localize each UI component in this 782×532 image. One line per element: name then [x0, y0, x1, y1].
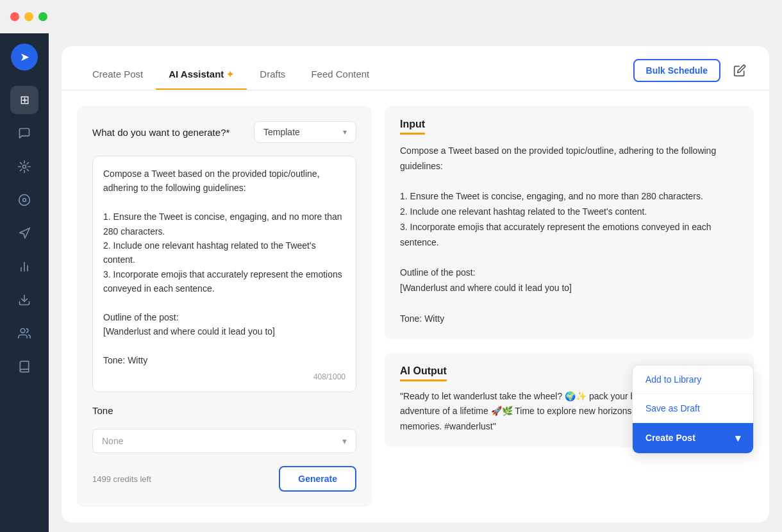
- title-bar: [0, 0, 782, 33]
- create-post-button[interactable]: Create Post ▾: [633, 423, 753, 453]
- ai-output-card: AI Output "Ready to let wanderlust take …: [385, 353, 754, 447]
- traffic-light-red[interactable]: [10, 12, 19, 21]
- panel-header-row: What do you want to generate?* Template …: [92, 121, 356, 143]
- prompt-text: Compose a Tweet based on the provided to…: [103, 167, 345, 367]
- char-count: 408/1000: [103, 372, 345, 381]
- tab-create-post[interactable]: Create Post: [79, 60, 156, 90]
- save-as-draft-button[interactable]: Save as Draft: [633, 394, 753, 423]
- left-bottom-row: 1499 credits left Generate: [92, 466, 356, 492]
- traffic-light-green[interactable]: [38, 12, 47, 21]
- sparkle-icon: ✦: [226, 69, 234, 79]
- sidebar-item-analytics[interactable]: [10, 253, 38, 281]
- template-dropdown[interactable]: Template ▾: [254, 121, 356, 143]
- template-dropdown-arrow-icon: ▾: [343, 128, 347, 137]
- tone-dropdown-arrow-icon: ▾: [342, 436, 347, 446]
- sidebar: ➤ ⊞: [0, 33, 49, 532]
- content-area: Create Post AI Assistant ✦ Drafts Feed C…: [49, 33, 782, 532]
- two-col-layout: What do you want to generate?* Template …: [62, 90, 769, 522]
- tone-label: Tone: [92, 405, 356, 416]
- tone-dropdown[interactable]: None ▾: [92, 429, 356, 453]
- bulk-schedule-button[interactable]: Bulk Schedule: [633, 59, 720, 82]
- export-icon-button[interactable]: [728, 59, 751, 82]
- svg-point-1: [19, 195, 30, 206]
- ai-output-title: AI Output: [400, 365, 447, 381]
- prompt-area[interactable]: Compose a Tweet based on the provided to…: [92, 156, 356, 392]
- main-card: Create Post AI Assistant ✦ Drafts Feed C…: [62, 46, 769, 522]
- sidebar-logo[interactable]: ➤: [11, 44, 38, 71]
- action-dropdown-menu: Add to Library Save as Draft Create Post…: [632, 365, 754, 454]
- traffic-light-yellow[interactable]: [24, 12, 33, 21]
- create-post-chevron-icon: ▾: [735, 432, 740, 444]
- tabs-bar: Create Post AI Assistant ✦ Drafts Feed C…: [62, 46, 769, 90]
- svg-point-2: [23, 199, 26, 202]
- sidebar-item-library[interactable]: [10, 353, 38, 381]
- tone-dropdown-placeholder: None: [102, 436, 123, 446]
- generate-button[interactable]: Generate: [279, 466, 356, 492]
- sidebar-item-users[interactable]: [10, 319, 38, 347]
- tab-feed-content[interactable]: Feed Content: [298, 60, 382, 90]
- sidebar-item-megaphone[interactable]: [10, 219, 38, 247]
- svg-point-7: [21, 329, 25, 333]
- tone-section: Tone: [92, 405, 356, 416]
- right-panel: Input Compose a Tweet based on the provi…: [385, 106, 754, 507]
- credits-left-text: 1499 credits left: [92, 474, 151, 484]
- tabs-right: Bulk Schedule: [633, 59, 751, 90]
- sidebar-item-dashboard[interactable]: ⊞: [10, 86, 38, 114]
- left-panel: What do you want to generate?* Template …: [77, 106, 372, 507]
- add-to-library-button[interactable]: Add to Library: [633, 365, 753, 394]
- input-card-text: Compose a Tweet based on the provided to…: [400, 144, 738, 327]
- app-layout: ➤ ⊞ Create Post: [0, 33, 782, 532]
- sidebar-item-chat[interactable]: [10, 119, 38, 147]
- tab-ai-assistant[interactable]: AI Assistant ✦: [156, 60, 247, 90]
- svg-point-0: [23, 165, 26, 169]
- sidebar-item-network[interactable]: [10, 153, 38, 181]
- ai-assistant-label: AI Assistant: [169, 69, 224, 79]
- input-card-title: Input: [400, 119, 425, 135]
- tab-drafts[interactable]: Drafts: [247, 60, 298, 90]
- create-post-label: Create Post: [645, 433, 695, 443]
- input-card: Input Compose a Tweet based on the provi…: [385, 106, 754, 340]
- template-dropdown-label: Template: [263, 127, 300, 137]
- what-generate-label: What do you want to generate?*: [92, 127, 229, 138]
- sidebar-item-support[interactable]: [10, 186, 38, 214]
- sidebar-item-download[interactable]: [10, 286, 38, 314]
